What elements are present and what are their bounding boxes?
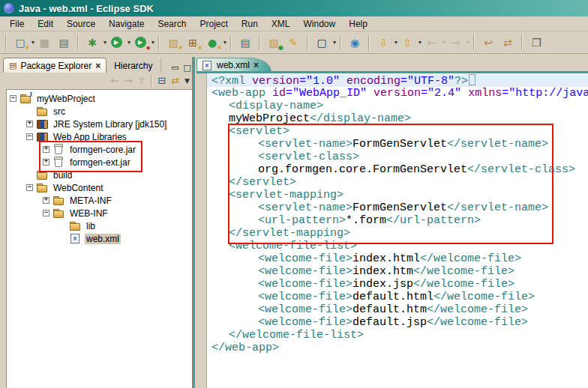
token-tag: </welcome-file> — [434, 291, 535, 303]
new-java-project-button[interactable]: ▨★ — [164, 34, 183, 52]
code-line-2: <web-app id="WebApp_ID" version="2.4" xm… — [207, 87, 588, 100]
collapse-icon[interactable]: − — [10, 95, 16, 102]
expand-icon[interactable]: + — [43, 197, 50, 204]
run-external-tools-dropdown-icon[interactable]: ▾ — [152, 39, 154, 46]
last-edit-location-icon: ↩ — [484, 34, 493, 51]
package-explorer-toolbar: ←→⇧⊟⇄▼ — [3, 73, 193, 89]
token-attr: id — [272, 87, 286, 100]
debug-button[interactable]: ✱ — [82, 34, 102, 52]
token-txt — [461, 87, 468, 100]
last-edit-location-button[interactable]: ↩ — [478, 34, 498, 52]
collapse-icon[interactable]: − — [26, 133, 33, 140]
window-title: Java - web.xml - Eclipse SDK — [19, 3, 154, 14]
link-history-button[interactable]: ⇄ — [498, 34, 518, 52]
editor-vertical-ruler[interactable] — [196, 73, 207, 388]
close-editor-icon[interactable]: × — [254, 61, 259, 70]
token-tag: <display-name> — [229, 100, 323, 112]
menu-help[interactable]: Help — [342, 17, 374, 31]
view-menu-button[interactable]: ▼ — [184, 76, 190, 86]
overlay-icon: ★ — [197, 45, 202, 51]
overlay-icon: ★ — [178, 45, 183, 51]
new-java-project-icon: ▨ — [168, 34, 178, 51]
token-txt — [367, 87, 374, 100]
menu-file[interactable]: File — [3, 17, 31, 31]
maximize-view-button[interactable]: □ — [184, 64, 191, 73]
token-val: ="UTF-8" — [400, 75, 454, 88]
open-resource-button[interactable]: ▨● — [264, 34, 284, 52]
collapse-all-button[interactable]: ⊟ — [158, 76, 166, 86]
highlighter-button[interactable]: ✎ — [284, 34, 303, 52]
restore-perspective-button[interactable]: ❒ — [526, 34, 546, 52]
previous-annotation-button[interactable]: ⇧ — [398, 34, 417, 52]
sash-handle[interactable] — [193, 57, 195, 388]
tree-item-lib[interactable]: lib — [7, 219, 192, 232]
close-view-icon[interactable]: × — [95, 61, 100, 70]
token-tag: </welcome-file> — [413, 278, 514, 291]
forward-button: → — [446, 34, 465, 52]
library-icon — [37, 119, 48, 129]
back-icon: ← — [427, 34, 436, 51]
tree-item-jre-system-library-jdk150[interactable]: +JRE System Library [jdk150] — [7, 118, 192, 130]
new-java-class-button[interactable]: ●★ — [202, 34, 222, 52]
code-line-22: </web-app> — [207, 342, 588, 354]
menu-source[interactable]: Source — [60, 17, 102, 31]
run-external-tools-button[interactable]: ▶▪ — [130, 34, 150, 52]
tree-item-meta-inf[interactable]: +META-INF — [7, 194, 192, 207]
token-tag: <welcome-file> — [258, 291, 352, 303]
open-resource-icon: ▨ — [268, 34, 278, 51]
token-tag: </welcome-file> — [420, 252, 521, 265]
tree-item-webcontent[interactable]: −WebContent — [7, 181, 192, 194]
toolbar-separator — [368, 35, 370, 50]
tab-hierarchy-label: Hierarchy — [114, 61, 152, 71]
selection-dropdown-icon[interactable]: ▾ — [333, 39, 336, 46]
link-with-editor-button[interactable]: ⇄ — [171, 76, 179, 86]
minimize-view-button[interactable]: ▭ — [171, 64, 178, 73]
collapse-icon[interactable]: − — [26, 184, 33, 191]
menu-edit[interactable]: Edit — [31, 17, 60, 31]
toolbar-separator — [340, 35, 341, 50]
link-history-icon: ⇄ — [503, 34, 512, 51]
expand-icon[interactable]: + — [26, 121, 33, 127]
tree-item-src[interactable]: src — [7, 105, 192, 118]
tree-item-web-xml[interactable]: web.xml — [7, 232, 192, 245]
new-java-class-dropdown-icon[interactable]: ▾ — [224, 39, 226, 46]
run-external-tools-icon: ▶ — [135, 37, 146, 48]
package-explorer-tree[interactable]: −JmyWebProjectsrc+JRE System Library [jd… — [6, 89, 193, 388]
debug-icon: ✱ — [88, 34, 97, 51]
menu-window[interactable]: Window — [297, 17, 343, 31]
menu-run[interactable]: Run — [235, 17, 265, 31]
selection-icon: ▢ — [316, 34, 326, 51]
next-annotation-button[interactable]: ⇩ — [374, 34, 393, 52]
folder-icon — [53, 195, 64, 205]
token-tag: <welcome-file> — [258, 265, 352, 278]
print-button[interactable]: ▤ — [54, 34, 74, 52]
collapse-icon[interactable]: − — [43, 210, 50, 216]
run-button[interactable]: ▶ — [106, 34, 126, 52]
new-java-package-button[interactable]: ⊞★ — [183, 34, 202, 52]
annotation-rect-jars — [39, 141, 142, 172]
token-val: ="1.0" — [299, 75, 340, 88]
next-annotation-icon: ⇩ — [379, 34, 388, 51]
overlay-icon: ★ — [217, 45, 222, 51]
menu-xml[interactable]: XML — [265, 17, 297, 31]
web-browser-button[interactable]: ◉ — [345, 34, 364, 52]
tasks-view-button[interactable]: ▤ — [236, 34, 255, 52]
tree-item-mywebproject[interactable]: −JmyWebProject — [7, 92, 192, 105]
new-wizard-button[interactable]: ▢★ — [10, 34, 30, 52]
menu-navigate[interactable]: Navigate — [102, 17, 151, 31]
selection-button[interactable]: ▢ — [312, 34, 332, 52]
overlay-icon: ▪ — [146, 45, 150, 51]
tree-item-web-inf[interactable]: −WEB-INF — [7, 207, 192, 219]
pe-forward-button: → — [124, 76, 132, 86]
tab-package-explorer[interactable]: ▤ Package Explorer × — [3, 58, 106, 73]
tree-item-label: myWebProject — [35, 94, 97, 104]
tab-web-xml[interactable]: web.xml × — [196, 58, 272, 72]
web-browser-icon: ◉ — [350, 34, 359, 51]
run-icon: ▶ — [111, 37, 122, 48]
window-titlebar[interactable]: Java - web.xml - Eclipse SDK — [0, 0, 588, 16]
menu-project[interactable]: Project — [193, 17, 234, 31]
menu-search[interactable]: Search — [151, 17, 193, 31]
tab-hierarchy[interactable]: Hierarchy — [106, 58, 160, 73]
code-line-3: <display-name> — [207, 100, 588, 112]
editor-tab-strip: web.xml × — [196, 58, 588, 72]
